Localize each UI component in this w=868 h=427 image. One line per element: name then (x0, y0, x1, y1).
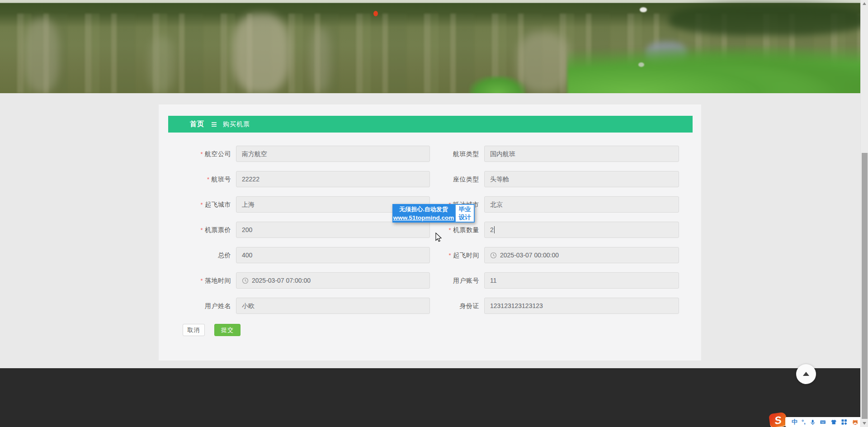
required-asterisk: * (200, 151, 203, 157)
input-arrive-city[interactable]: 北京 (484, 196, 679, 213)
foliage-shadow (669, 4, 868, 35)
label-user-account: 用户账号 (398, 272, 479, 289)
page-footer (0, 368, 868, 427)
input-value: 123123123123123 (490, 298, 543, 313)
required-asterisk: * (448, 252, 451, 259)
cancel-button[interactable]: 取消 (183, 324, 205, 336)
toolbox-grid-icon[interactable] (841, 419, 847, 425)
input-value: 小欧 (242, 298, 255, 313)
scrollbar-up-arrow-icon[interactable] (863, 2, 866, 5)
label-airline: *航空公司 (168, 146, 231, 162)
water-reflection (25, 18, 59, 93)
white-speck (640, 7, 647, 12)
clock-icon (242, 277, 249, 284)
input-value: 11 (490, 273, 497, 288)
label-depart-time: *起飞时间 (398, 247, 479, 263)
watermark-url: www.51topmind.com (392, 214, 455, 222)
badge-line1: 毕业 (456, 205, 474, 214)
skin-shirt-icon[interactable] (830, 419, 837, 425)
input-value: 头等舱 (490, 171, 509, 187)
label-id-card: 身份证 (398, 298, 479, 314)
mouse-cursor (435, 232, 442, 242)
label-flight-no: *航班号 (168, 171, 231, 187)
vendor-watermark-badge: 毕业 设计 (455, 204, 475, 223)
punctuation-icon[interactable]: °, (802, 417, 806, 427)
input-value: 国内航班 (490, 146, 515, 161)
label-total-price: 总价 (168, 247, 231, 263)
label-depart-city: *起飞城市 (168, 196, 231, 213)
vendor-watermark: 无须担心.自动发货 www.51topmind.com 毕业 设计 (392, 204, 475, 223)
watermark-line1: 无须担心.自动发货 (392, 205, 455, 214)
input-value: 400 (242, 247, 252, 263)
required-asterisk: * (200, 277, 203, 284)
microphone-icon[interactable] (810, 419, 816, 426)
clock-icon (490, 252, 497, 259)
water-reflection (149, 36, 174, 93)
water-reflection (233, 14, 289, 93)
label-ticket-price: *机票票价 (168, 222, 231, 238)
ime-toolbar: 中 °, (785, 417, 862, 427)
chinese-mode-icon[interactable]: 中 (792, 417, 797, 427)
input-id-card[interactable]: 123123123123123 (484, 298, 679, 314)
input-value: 22222 (242, 171, 259, 187)
input-ticket-qty[interactable]: 2 (484, 222, 679, 238)
input-value: 2025-03-07 07:00:00 (252, 273, 311, 288)
input-value: 200 (242, 222, 252, 237)
purchase-ticket-card: 首页 购买机票 *航空公司南方航空航班类型国内航班*航班号22222座位类型头等… (159, 104, 701, 361)
breadcrumb-separator-icon (212, 124, 217, 125)
label-flight-type: 航班类型 (398, 146, 479, 162)
vendor-watermark-text: 无须担心.自动发货 www.51topmind.com (392, 204, 455, 223)
white-speck (638, 62, 644, 67)
keyboard-icon[interactable] (820, 419, 826, 425)
input-value: 上海 (242, 197, 255, 212)
sogou-logo-letter: S (774, 414, 783, 427)
input-value: 2025-03-07 00:00:00 (500, 247, 559, 263)
label-land-time: *落地时间 (168, 272, 231, 289)
input-value: 2 (490, 222, 494, 237)
scrollbar-thumb[interactable] (862, 153, 868, 419)
required-asterisk: * (200, 227, 203, 233)
vertical-scrollbar[interactable] (860, 0, 868, 427)
emoji-fox-icon[interactable] (852, 419, 859, 426)
required-asterisk: * (448, 227, 451, 233)
scrollbar-down-arrow-icon[interactable] (863, 422, 866, 425)
input-user-account[interactable]: 11 (484, 272, 679, 289)
required-asterisk: * (207, 176, 210, 183)
input-flight-type[interactable]: 国内航班 (484, 146, 679, 162)
badge-line2: 设计 (456, 214, 474, 222)
water-reflection (311, 27, 330, 93)
hero-photo-banner (0, 0, 868, 93)
input-depart-time[interactable]: 2025-03-07 00:00:00 (484, 247, 679, 263)
breadcrumb: 首页 购买机票 (168, 116, 693, 133)
label-user-name: 用户姓名 (168, 298, 231, 314)
submit-button[interactable]: 提交 (214, 324, 241, 336)
required-asterisk: * (200, 201, 203, 208)
green-bushes (567, 45, 868, 93)
grass-tuft (469, 76, 526, 93)
arrow-up-icon (803, 372, 809, 376)
input-value: 北京 (490, 197, 503, 212)
label-seat-type: 座位类型 (398, 171, 479, 187)
sogou-ime-logo[interactable]: S (769, 412, 788, 427)
text-caret (494, 226, 495, 233)
breadcrumb-current: 购买机票 (223, 120, 250, 128)
scroll-to-top-button[interactable] (796, 364, 816, 384)
red-marker-dot (373, 11, 378, 16)
input-seat-type[interactable]: 头等舱 (484, 171, 679, 187)
input-value: 南方航空 (242, 146, 267, 161)
breadcrumb-home-link[interactable]: 首页 (190, 120, 204, 128)
